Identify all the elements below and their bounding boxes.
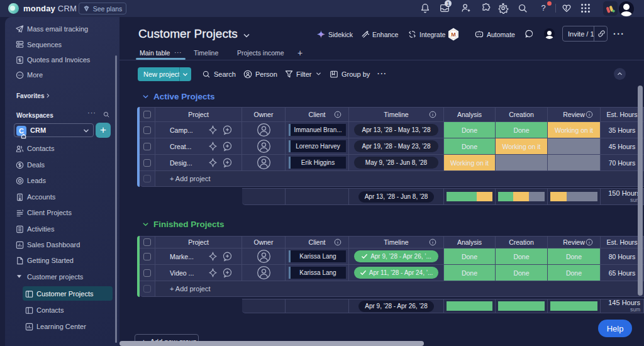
svg-text:M: M	[451, 31, 456, 38]
